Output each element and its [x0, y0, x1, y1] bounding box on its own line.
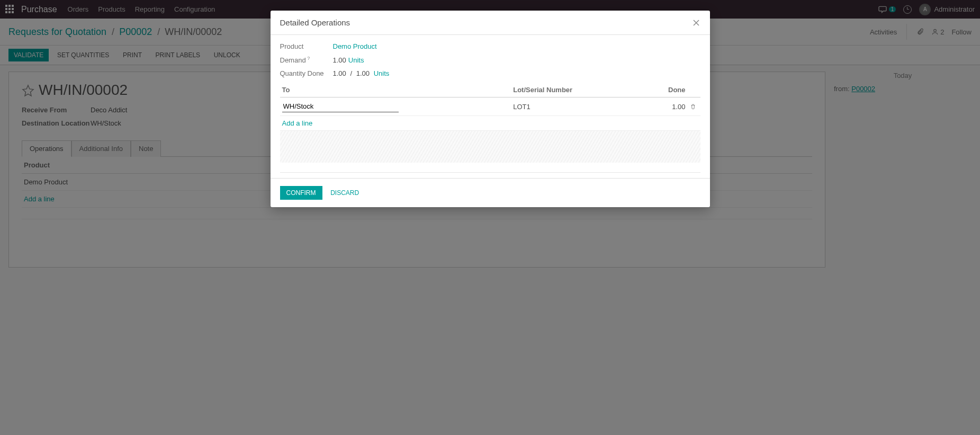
confirm-button[interactable]: CONFIRM: [280, 186, 322, 200]
modal-title: Detailed Operations: [280, 18, 350, 27]
qty-total: 1.00: [356, 69, 370, 77]
demand-units[interactable]: Units: [348, 56, 364, 64]
trash-icon[interactable]: [690, 103, 698, 110]
col-to: To: [280, 83, 511, 97]
qty-units[interactable]: Units: [374, 69, 390, 77]
qty-sep: /: [350, 69, 352, 77]
product-label: Product: [280, 42, 333, 50]
detailed-operations-modal: Detailed Operations Product Demo Product…: [271, 11, 710, 207]
discard-button[interactable]: DISCARD: [325, 186, 364, 200]
help-icon[interactable]: ?: [306, 56, 310, 61]
product-link[interactable]: Demo Product: [333, 42, 377, 50]
to-input[interactable]: [282, 101, 399, 112]
close-icon[interactable]: [692, 19, 700, 27]
done-cell[interactable]: 1.00: [637, 97, 687, 116]
modal-table: To Lot/Serial Number Done LOT1 1.00 Add …: [280, 83, 700, 131]
table-row[interactable]: LOT1 1.00: [280, 97, 700, 116]
col-done: Done: [637, 83, 687, 97]
lot-cell[interactable]: LOT1: [511, 97, 637, 116]
demand-qty: 1.00: [333, 56, 346, 64]
empty-stripe: [280, 131, 700, 163]
qty-done-label: Quantity Done: [280, 69, 333, 77]
qty-done: 1.00: [333, 69, 346, 77]
col-lot: Lot/Serial Number: [511, 83, 637, 97]
modal-add-line[interactable]: Add a line: [282, 119, 313, 127]
demand-label: Demand ?: [280, 56, 333, 64]
